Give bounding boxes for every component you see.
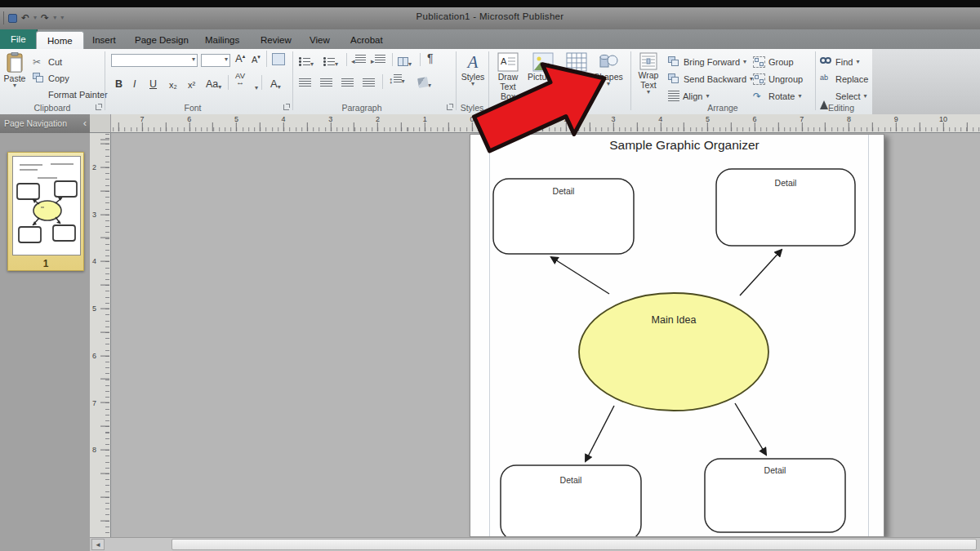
detail-box-bottom-left[interactable]: Detail <box>501 465 641 536</box>
replace-button[interactable]: ab Replace <box>818 71 870 87</box>
horizontal-scrollbar[interactable]: ◄ <box>90 537 980 551</box>
ruler-number: 0 <box>470 115 474 123</box>
paste-dropdown-icon: ▾ <box>13 83 16 88</box>
scrollbar-thumb[interactable] <box>172 539 977 550</box>
tab-acrobat[interactable]: Acrobat <box>340 31 394 49</box>
columns-button[interactable]: ▾ <box>398 55 412 69</box>
line-spacing-button[interactable]: ↕▾ <box>389 74 405 85</box>
draw-text-box-button[interactable]: A Draw Text Box <box>492 52 524 101</box>
detail-top-right-label: Detail <box>775 178 797 188</box>
replace-label: Replace <box>835 74 868 84</box>
pictures-button[interactable]: Pictures <box>528 52 559 82</box>
tab-file[interactable]: File <box>0 29 38 49</box>
grow-font-button[interactable]: A▴ <box>235 52 245 64</box>
scroll-left-button[interactable]: ◄ <box>91 539 105 550</box>
wrap-text-button[interactable]: Wrap Text ▾ <box>634 52 663 95</box>
window-title: Publication1 - Microsoft Publisher <box>0 11 980 21</box>
tab-review[interactable]: Review <box>250 31 302 49</box>
tab-mailings[interactable]: Mailings <box>194 31 250 49</box>
italic-label: I <box>133 78 136 90</box>
align-label: Align <box>683 91 702 101</box>
detail-box-bottom-right[interactable]: Detail <box>705 459 845 532</box>
window-top-edge <box>0 0 980 7</box>
find-button[interactable]: Find ▾ <box>818 54 861 69</box>
align-left-button[interactable] <box>299 76 311 91</box>
bring-forward-button[interactable]: Bring Forward ▾ <box>666 54 748 69</box>
font-group-label: Font <box>152 103 234 113</box>
font-color-button[interactable]: A ▾ <box>268 73 283 90</box>
clipboard-dialog-launcher[interactable] <box>95 104 102 111</box>
horizontal-ruler: 7654321012345678910 <box>111 114 980 133</box>
justify-button[interactable] <box>363 76 375 91</box>
change-case-button[interactable]: Aa ▾ <box>203 73 224 90</box>
align-button[interactable]: Align ▾ <box>666 88 710 104</box>
replace-icon: ab <box>820 73 832 85</box>
paragraph-spacing-button[interactable]: ▾ <box>418 76 431 91</box>
rotate-button[interactable]: ↷ Rotate ▾ <box>751 88 803 104</box>
paste-icon <box>6 52 24 73</box>
decrease-indent-button[interactable]: ◂ <box>351 55 366 65</box>
bullets-button[interactable]: ▾ <box>299 55 314 69</box>
tab-insert[interactable]: Insert <box>82 31 127 49</box>
svg-text:A: A <box>501 56 507 66</box>
numbering-button[interactable]: ▾ <box>323 55 338 69</box>
align-right-button[interactable] <box>341 76 354 91</box>
ruler-number: 2 <box>92 163 96 171</box>
copy-icon <box>33 73 45 84</box>
ruler-number: 6 <box>753 115 757 123</box>
panel-bottom-filler <box>0 537 90 551</box>
increase-indent-button[interactable]: ▸ <box>371 55 385 65</box>
italic-button[interactable]: I <box>131 73 138 90</box>
grow-font-mark: ▴ <box>243 53 246 59</box>
line-spacing-dropdown-icon: ▾ <box>402 78 405 85</box>
detail-box-top-right[interactable]: Detail <box>716 169 855 246</box>
tab-home[interactable]: Home <box>36 31 84 49</box>
font-name-dropdown-icon[interactable]: ▾ <box>192 57 195 62</box>
ungroup-button[interactable]: Ungroup <box>751 71 804 87</box>
ribbon-home: Paste ▾ ✂ Cut Copy Format Painter Clipbo… <box>0 49 980 115</box>
document-title[interactable]: Sample Graphic Organizer <box>609 138 760 152</box>
show-paragraph-marks-button[interactable]: ¶ <box>427 51 434 64</box>
subscript-label: x₂ <box>169 80 177 90</box>
select-button[interactable]: Select ▾ <box>818 88 869 104</box>
select-dropdown-icon: ▾ <box>864 94 867 99</box>
superscript-button[interactable]: x² <box>185 73 198 90</box>
main-idea-ellipse[interactable]: Main Idea <box>579 293 768 411</box>
subscript-button[interactable]: x₂ <box>167 73 180 90</box>
copy-button[interactable]: Copy <box>31 70 71 86</box>
shrink-font-button[interactable]: A▾ <box>252 54 261 64</box>
ruler-number: 3 <box>92 211 96 219</box>
styles-button[interactable]: A Styles ▾ <box>459 52 487 87</box>
tab-view[interactable]: View <box>299 31 341 49</box>
shapes-button[interactable]: Shapes ▾ <box>593 52 624 87</box>
page-thumbnail[interactable]: 1 <box>7 152 84 271</box>
font-size-combobox[interactable]: ▾ <box>201 54 230 67</box>
cut-button[interactable]: ✂ Cut <box>31 54 64 69</box>
ruler-number: 1 <box>423 115 427 123</box>
font-name-combobox[interactable]: ▾ <box>111 54 198 67</box>
send-backward-button[interactable]: Send Backward ▾ <box>666 71 755 87</box>
underline-button[interactable]: U <box>147 73 159 90</box>
publisher-window: ↶ ▾ ↷ ▾ ▾ Publication1 - Microsoft Publi… <box>0 0 980 551</box>
ruler-number: 8 <box>847 115 851 123</box>
select-label: Select <box>835 91 861 101</box>
format-painter-button[interactable]: Format Painter <box>31 87 109 102</box>
character-spacing-button[interactable]: AV ↔ <box>233 73 247 89</box>
paste-button[interactable]: Paste ▾ <box>2 52 28 88</box>
font-dialog-launcher[interactable] <box>283 104 290 111</box>
detail-box-top-left[interactable]: Detail <box>493 179 634 254</box>
detail-bottom-left-label: Detail <box>560 475 582 485</box>
publication-canvas: Sample Graphic Organizer Detail Detail D… <box>111 133 980 537</box>
tab-page-design[interactable]: Page Design <box>124 31 199 49</box>
char-spacing-dropdown[interactable]: ▾ <box>252 74 261 91</box>
ruler-number: 6 <box>92 352 96 360</box>
numbering-icon <box>323 57 335 66</box>
clear-formatting-icon[interactable] <box>272 53 285 65</box>
table-button[interactable] <box>562 52 591 72</box>
align-center-button[interactable] <box>320 76 332 91</box>
collapse-panel-icon[interactable]: ‹ <box>83 114 87 133</box>
font-size-dropdown-icon[interactable]: ▾ <box>225 57 228 62</box>
bold-button[interactable]: B <box>113 73 125 90</box>
font-color-dropdown-icon: ▾ <box>278 85 281 90</box>
group-button[interactable]: Group <box>751 54 795 69</box>
